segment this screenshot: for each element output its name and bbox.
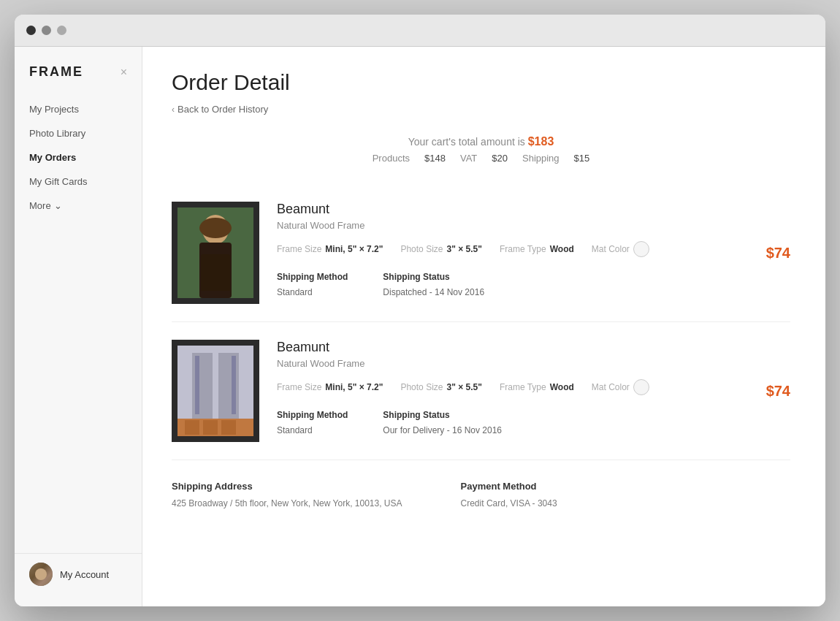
minimize-button[interactable] [42, 26, 51, 35]
item-2-frame-type-label: Frame Type [500, 382, 546, 392]
item-1-specs: Frame Size Mini, 5" × 7.2" Photo Size 3"… [277, 241, 749, 257]
sidebar-nav: My Projects Photo Library My Orders My G… [15, 97, 142, 553]
app-body: FRAME × My Projects Photo Library My Ord… [15, 47, 825, 606]
item-2-frame-size-value: Mini, 5" × 7.2" [325, 382, 383, 392]
item-1-frame-type: Frame Type Wood [500, 244, 574, 254]
item-2-image [172, 340, 259, 442]
item-2-photo-size-value: 3" × 5.5" [446, 382, 481, 392]
sidebar-header: FRAME × [15, 64, 142, 97]
item-2-photo-size-label: Photo Size [400, 382, 443, 392]
chevron-left-icon: ‹ [172, 104, 175, 115]
payment-method-value: Credit Card, VISA - 3043 [461, 498, 557, 508]
back-link-label: Back to Order History [177, 104, 268, 115]
payment-method-section: Payment Method Credit Card, VISA - 3043 [461, 481, 557, 509]
svg-point-3 [199, 218, 232, 238]
item-1-type: Natural Wood Frame [277, 220, 749, 231]
my-account-label: My Account [60, 569, 109, 580]
item-1-price: $74 [766, 245, 790, 262]
item-2-frame-size: Frame Size Mini, 5" × 7.2" [277, 382, 383, 392]
item-1-photo-size-label: Photo Size [400, 244, 443, 254]
sidebar-close-icon[interactable]: × [121, 66, 127, 79]
svg-rect-12 [221, 420, 236, 435]
item-2-frame-size-label: Frame Size [277, 382, 321, 392]
item-2-shipping-status: Shipping Status Our for Delivery - 16 No… [383, 410, 502, 436]
products-label: Products [373, 153, 410, 164]
sidebar-footer[interactable]: My Account [15, 553, 142, 595]
svg-rect-11 [203, 420, 218, 435]
cart-total-amount: $183 [528, 135, 554, 148]
chevron-down-icon: ⌄ [54, 200, 62, 211]
item-1-shipping-method-label: Shipping Method [277, 272, 348, 282]
shipping-address-label: Shipping Address [172, 481, 402, 492]
shipping-amount: $15 [574, 153, 590, 164]
item-2-shipping-status-label: Shipping Status [383, 410, 502, 420]
svg-rect-7 [195, 356, 199, 414]
payment-method-label: Payment Method [461, 481, 557, 492]
item-2-mat-color-label: Mat Color [592, 382, 630, 392]
item-2-shipping-method: Shipping Method Standard [277, 410, 348, 436]
item-1-frame-size: Frame Size Mini, 5" × 7.2" [277, 244, 383, 254]
products-amount: $148 [424, 153, 446, 164]
titlebar [15, 15, 825, 47]
item-1-details: Beamunt Natural Wood Frame Frame Size Mi… [277, 202, 749, 298]
item-2-frame-type: Frame Type Wood [500, 382, 574, 392]
svg-rect-8 [232, 356, 236, 414]
item-1-shipping-status-value: Dispatched - 14 Nov 2016 [383, 287, 484, 297]
app-window: FRAME × My Projects Photo Library My Ord… [15, 15, 825, 606]
order-item-2: Beamunt Natural Wood Frame Frame Size Mi… [172, 322, 790, 460]
item-1-shipping-status: Shipping Status Dispatched - 14 Nov 2016 [383, 272, 484, 298]
vat-label: VAT [460, 153, 477, 164]
order-footer: Shipping Address 425 Broadway / 5th floo… [172, 460, 790, 509]
avatar-image [29, 563, 53, 586]
cart-summary: Your cart's total amount is $183 Product… [172, 135, 790, 164]
sidebar-item-orders[interactable]: My Orders [15, 145, 142, 169]
item-1-photo-size-value: 3" × 5.5" [446, 244, 481, 254]
sidebar-item-gift-cards[interactable]: My Gift Cards [15, 169, 142, 194]
item-2-photo-size: Photo Size 3" × 5.5" [400, 382, 481, 392]
item-2-shipping: Shipping Method Standard Shipping Status… [277, 410, 749, 436]
item-2-specs: Frame Size Mini, 5" × 7.2" Photo Size 3"… [277, 379, 749, 395]
item-1-shipping-status-label: Shipping Status [383, 272, 484, 282]
item-1-mat-color-label: Mat Color [592, 244, 630, 254]
item-1-shipping-method-value: Standard [277, 287, 313, 297]
sidebar-item-photo-library[interactable]: Photo Library [15, 121, 142, 145]
item-2-name: Beamunt [277, 340, 749, 355]
item-1-photo [177, 207, 253, 298]
sidebar-more-button[interactable]: More ⌄ [15, 194, 142, 218]
item-1-mat-color: Mat Color [592, 241, 649, 257]
item-1-photo-content [177, 207, 253, 298]
shipping-address-section: Shipping Address 425 Broadway / 5th floo… [172, 481, 402, 509]
item-1-image [172, 202, 259, 304]
order-item-1: Beamunt Natural Wood Frame Frame Size Mi… [172, 184, 790, 322]
sidebar: FRAME × My Projects Photo Library My Ord… [15, 47, 142, 606]
cart-total-label: Your cart's total amount is [408, 136, 525, 148]
item-1-photo-size: Photo Size 3" × 5.5" [400, 244, 481, 254]
item-1-shipping: Shipping Method Standard Shipping Status… [277, 272, 749, 298]
item-1-frame-size-value: Mini, 5" × 7.2" [325, 244, 383, 254]
item-2-details: Beamunt Natural Wood Frame Frame Size Mi… [277, 340, 749, 436]
item-2-shipping-status-value: Our for Delivery - 16 Nov 2016 [383, 425, 502, 435]
avatar [29, 563, 53, 586]
shipping-label: Shipping [522, 153, 560, 164]
close-button[interactable] [26, 26, 36, 35]
back-to-order-history-link[interactable]: ‹ Back to Order History [172, 104, 790, 115]
item-2-price: $74 [766, 383, 790, 400]
svg-rect-10 [185, 420, 199, 435]
item-2-photo [177, 346, 253, 436]
item-1-mat-color-swatch [633, 241, 649, 257]
cart-total-line: Your cart's total amount is $183 [172, 135, 790, 148]
maximize-button[interactable] [57, 26, 66, 35]
app-logo: FRAME [29, 64, 83, 80]
item-1-shipping-method: Shipping Method Standard [277, 272, 348, 298]
item-2-frame-type-value: Wood [550, 382, 574, 392]
main-content: Order Detail ‹ Back to Order History You… [142, 47, 825, 606]
item-2-type: Natural Wood Frame [277, 358, 749, 369]
shipping-address-value: 425 Broadway / 5th floor, New York, New … [172, 498, 402, 508]
item-1-frame-type-value: Wood [550, 244, 574, 254]
item-1-frame-size-label: Frame Size [277, 244, 321, 254]
sidebar-item-projects[interactable]: My Projects [15, 97, 142, 121]
sidebar-more-label: More [29, 200, 51, 211]
vat-amount: $20 [492, 153, 508, 164]
item-2-shipping-method-value: Standard [277, 425, 313, 435]
item-2-shipping-method-label: Shipping Method [277, 410, 348, 420]
